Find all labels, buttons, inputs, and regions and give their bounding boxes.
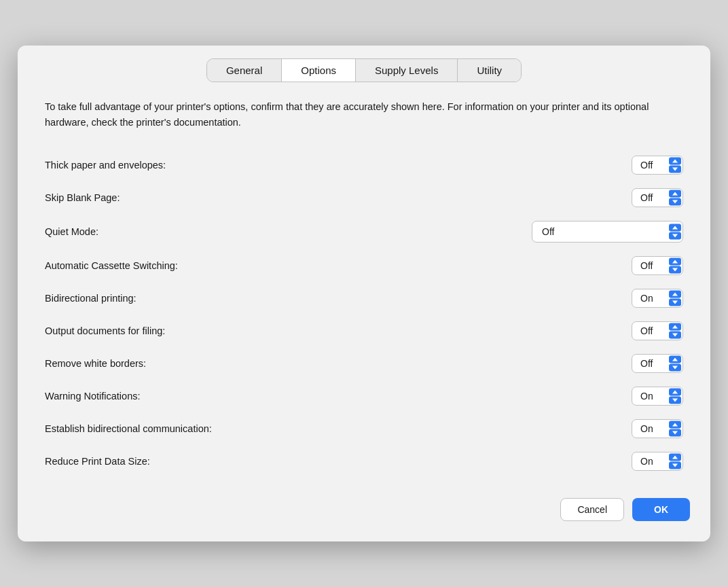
select-skip-blank-input[interactable]: Off On [632,188,683,207]
label-auto-cassette: Automatic Cassette Switching: [45,260,178,271]
row-quiet-mode: Quiet Mode: Off On On During Specified H… [45,214,683,249]
tab-bar-inner: General Options Supply Levels Utility [206,58,522,82]
select-est-bidir-input[interactable]: Off On [632,419,683,438]
description-text: To take full advantage of your printer's… [45,99,683,130]
label-white-borders: Remove white borders: [45,358,146,369]
label-reduce-print: Reduce Print Data Size: [45,456,150,467]
select-reduce-print-input[interactable]: Off On [632,452,683,471]
select-bidirectional-input[interactable]: Off On [632,289,683,308]
select-quiet-mode[interactable]: Off On On During Specified Hours [532,221,683,243]
row-bidirectional: Bidirectional printing: Off On [45,282,683,315]
tab-options[interactable]: Options [282,59,356,82]
row-thick-paper: Thick paper and envelopes: Off On [45,149,683,181]
label-output-docs: Output documents for filing: [45,325,165,336]
label-quiet-mode: Quiet Mode: [45,226,98,237]
select-thick-paper[interactable]: Off On [632,156,683,175]
row-skip-blank: Skip Blank Page: Off On [45,181,683,214]
select-est-bidir[interactable]: Off On [632,419,683,438]
label-skip-blank: Skip Blank Page: [45,192,120,203]
select-thick-paper-input[interactable]: Off On [632,156,683,175]
row-auto-cassette: Automatic Cassette Switching: Off On [45,249,683,282]
select-bidirectional[interactable]: Off On [632,289,683,308]
row-est-bidir: Establish bidirectional communication: O… [45,412,683,445]
dialog-wrapper: General Options Supply Levels Utility To… [0,0,728,587]
tab-utility[interactable]: Utility [458,59,521,82]
label-thick-paper: Thick paper and envelopes: [45,160,166,171]
select-output-docs-input[interactable]: Off On [632,321,683,340]
button-row: Cancel OK [18,498,710,521]
ok-button[interactable]: OK [632,498,690,521]
select-warning-notif[interactable]: Off On [632,387,683,406]
label-bidirectional: Bidirectional printing: [45,293,136,304]
dialog: General Options Supply Levels Utility To… [18,46,710,541]
select-auto-cassette[interactable]: Off On [632,256,683,275]
select-reduce-print[interactable]: Off On [632,452,683,471]
row-warning-notif: Warning Notifications: Off On [45,380,683,412]
tab-supply-levels[interactable]: Supply Levels [356,59,458,82]
row-reduce-print: Reduce Print Data Size: Off On [45,445,683,478]
row-output-docs: Output documents for filing: Off On [45,315,683,347]
cancel-button[interactable]: Cancel [560,498,624,521]
tab-general[interactable]: General [207,59,282,82]
select-white-borders[interactable]: Off On [632,354,683,373]
tab-bar: General Options Supply Levels Utility [18,45,710,82]
label-est-bidir: Establish bidirectional communication: [45,423,212,434]
select-white-borders-input[interactable]: Off On [632,354,683,373]
select-output-docs[interactable]: Off On [632,321,683,340]
select-quiet-mode-input[interactable]: Off On On During Specified Hours [532,221,683,243]
select-warning-notif-input[interactable]: Off On [632,387,683,406]
label-warning-notif: Warning Notifications: [45,391,141,402]
content-area: To take full advantage of your printer's… [45,99,683,478]
row-white-borders: Remove white borders: Off On [45,347,683,380]
select-skip-blank[interactable]: Off On [632,188,683,207]
select-auto-cassette-input[interactable]: Off On [632,256,683,275]
